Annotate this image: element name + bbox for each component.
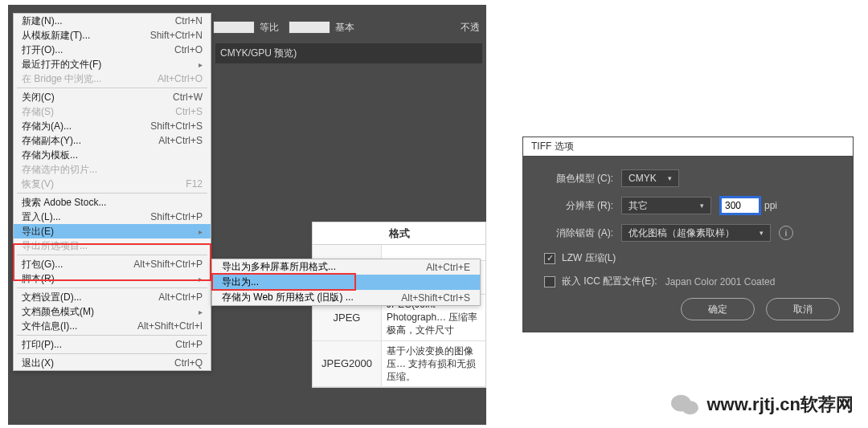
menu-item-shortcut: Ctrl+Q: [174, 357, 203, 369]
wechat-icon: [671, 393, 698, 417]
submenu-item[interactable]: 导出为...: [212, 275, 480, 290]
resolution-preset-select[interactable]: 其它 ▾: [621, 197, 711, 214]
icc-label: 嵌入 ICC 配置文件(E):: [562, 275, 657, 288]
resolution-row: 分辨率 (R): 其它 ▾ ppi: [536, 197, 840, 214]
resolution-unit: ppi: [764, 200, 777, 211]
menu-item-shortcut: Ctrl+P: [175, 339, 203, 350]
menu-item[interactable]: 存储为(A)...Shift+Ctrl+S: [14, 119, 211, 133]
resolution-input[interactable]: [721, 198, 760, 214]
submenu-item-label: 导出为...: [222, 275, 470, 289]
menu-item[interactable]: 打开(O)...Ctrl+O: [14, 43, 211, 57]
icc-checkbox-row[interactable]: 嵌入 ICC 配置文件(E): Japan Color 2001 Coated: [544, 275, 840, 288]
antialias-select[interactable]: 优化图稿（超像素取样） ▾: [621, 224, 771, 242]
file-menu: 新建(N)...Ctrl+N从模板新建(T)...Shift+Ctrl+N打开(…: [13, 13, 211, 371]
submenu-item-shortcut: Alt+Ctrl+E: [426, 262, 470, 273]
cancel-button[interactable]: 取消: [766, 298, 840, 320]
menu-item-label: 导出(E): [22, 225, 194, 238]
menu-item[interactable]: 搜索 Adobe Stock...: [14, 195, 211, 210]
resolution-label: 分辨率 (R):: [536, 199, 613, 213]
ratio-dropdown[interactable]: [213, 21, 255, 34]
menu-item[interactable]: 打包(G)...Alt+Shift+Ctrl+P: [14, 257, 211, 271]
menu-item: 导出所选项目...: [14, 238, 211, 253]
ok-button-label: 确定: [708, 303, 727, 316]
menu-item[interactable]: 存储副本(Y)...Alt+Ctrl+S: [14, 133, 211, 148]
icc-profile: Japan Color 2001 Coated: [665, 276, 776, 287]
menu-item[interactable]: 导出(E): [14, 224, 211, 238]
lzw-label: LZW 压缩(L): [562, 251, 616, 265]
menu-item-shortcut: Shift+Ctrl+P: [150, 211, 203, 222]
menu-item[interactable]: 关闭(C)Ctrl+W: [14, 90, 211, 104]
menu-item-label: 搜索 Adobe Stock...: [22, 196, 203, 210]
menu-item: 存储(S)Ctrl+S: [14, 104, 211, 119]
menu-item-shortcut: Alt+Ctrl+S: [158, 135, 203, 146]
watermark-label: www.rjtj.cn软荐网: [706, 394, 854, 414]
color-model-label: 颜色模型 (C):: [536, 172, 613, 185]
ok-button[interactable]: 确定: [681, 298, 755, 320]
menu-separator: [17, 255, 207, 255]
menu-item-label: 在 Bridge 中浏览...: [22, 72, 158, 86]
menu-item-label: 最近打开的文件(F): [22, 58, 194, 71]
dialog-buttons: 确定 取消: [536, 298, 840, 320]
menu-item-shortcut: Ctrl+N: [175, 15, 203, 26]
menu-item-shortcut: Shift+Ctrl+S: [150, 120, 203, 132]
menu-separator: [17, 287, 207, 288]
menu-item-label: 打印(P)...: [22, 338, 175, 352]
menu-item-shortcut: Alt+Shift+Ctrl+I: [137, 320, 203, 332]
menu-item[interactable]: 存储为模板...: [14, 148, 211, 162]
submenu-item-label: 存储为 Web 所用格式 (旧版) ...: [222, 291, 401, 304]
lzw-checkbox-row[interactable]: LZW 压缩(L): [544, 251, 840, 265]
menu-item[interactable]: 文档设置(D)...Alt+Ctrl+P: [14, 290, 211, 304]
cancel-button-label: 取消: [793, 303, 813, 316]
watermark-text: www.rjtj.cn软荐网: [706, 393, 854, 417]
color-model-select[interactable]: CMYK ▾: [621, 169, 679, 187]
chevron-down-icon: ▾: [668, 174, 672, 182]
info-icon[interactable]: i: [779, 226, 793, 240]
menu-item-label: 存储选中的切片...: [22, 163, 203, 177]
submenu-item[interactable]: 导出为多种屏幕所用格式...Alt+Ctrl+E: [212, 259, 480, 275]
menu-item[interactable]: 最近打开的文件(F): [14, 57, 211, 71]
menu-item-shortcut: Ctrl+S: [175, 106, 203, 117]
menu-item: 恢复(V)F12: [14, 177, 211, 191]
basic-label: 基本: [335, 21, 354, 35]
menu-item[interactable]: 置入(L)...Shift+Ctrl+P: [14, 210, 211, 224]
menu-item-label: 存储(S): [22, 105, 175, 119]
menu-item[interactable]: 新建(N)...Ctrl+N: [14, 14, 211, 28]
menu-item-label: 脚本(R): [22, 272, 194, 286]
menu-item[interactable]: 从模板新建(T)...Shift+Ctrl+N: [14, 28, 211, 43]
menu-item-label: 文件信息(I)...: [22, 320, 137, 333]
submenu-item[interactable]: 存储为 Web 所用格式 (旧版) ...Alt+Shift+Ctrl+S: [212, 290, 480, 305]
menu-separator: [17, 353, 207, 354]
basic-dropdown[interactable]: [289, 21, 330, 34]
menu-item[interactable]: 退出(X)Ctrl+Q: [14, 356, 211, 370]
menu-item-shortcut: Alt+Shift+Ctrl+P: [133, 259, 203, 270]
menu-item[interactable]: 打印(P)...Ctrl+P: [14, 337, 211, 352]
chevron-down-icon: ▾: [760, 229, 764, 237]
menu-item[interactable]: 文档颜色模式(M): [14, 304, 211, 319]
menu-item-label: 恢复(V): [22, 177, 186, 191]
format-name: JPEG2000: [313, 341, 382, 387]
menu-separator: [17, 193, 207, 194]
svg-point-1: [682, 401, 699, 414]
table-row: JPEG2000 基于小波变换的图像压… 支持有损和无损压缩。: [313, 341, 485, 388]
format-table-head: 格式: [313, 222, 485, 245]
checkbox-icon: [544, 253, 555, 264]
menu-item-shortcut: F12: [186, 178, 203, 190]
menu-item-label: 导出所选项目...: [22, 239, 203, 253]
color-model-value: CMYK: [628, 173, 657, 184]
tiff-options-dialog: TIFF 选项 颜色模型 (C): CMYK ▾ 分辨率 (R): 其它 ▾ p…: [522, 137, 854, 332]
menu-item-shortcut: Alt+Ctrl+O: [158, 73, 203, 84]
antialias-value: 优化图稿（超像素取样）: [628, 226, 735, 240]
color-model-row: 颜色模型 (C): CMYK ▾: [536, 169, 840, 187]
menu-item[interactable]: 文件信息(I)...Alt+Shift+Ctrl+I: [14, 319, 211, 333]
menu-item-shortcut: Ctrl+W: [173, 92, 203, 103]
menu-item-label: 打开(O)...: [22, 43, 174, 57]
overflow-label: 不透: [461, 21, 480, 35]
menu-item: 存储选中的切片...: [14, 162, 211, 177]
dialog-body: 颜色模型 (C): CMYK ▾ 分辨率 (R): 其它 ▾ ppi 消除锯齿 …: [523, 157, 853, 332]
menu-item-label: 关闭(C): [22, 91, 173, 104]
preview-tab-label: CMYK/GPU 预览): [220, 47, 297, 60]
menu-item[interactable]: 脚本(R): [14, 271, 211, 286]
preview-tab[interactable]: CMYK/GPU 预览): [215, 43, 482, 63]
antialias-row: 消除锯齿 (A): 优化图稿（超像素取样） ▾ i: [536, 224, 840, 242]
format-desc: 基于小波变换的图像压… 支持有损和无损压缩。: [382, 341, 485, 387]
